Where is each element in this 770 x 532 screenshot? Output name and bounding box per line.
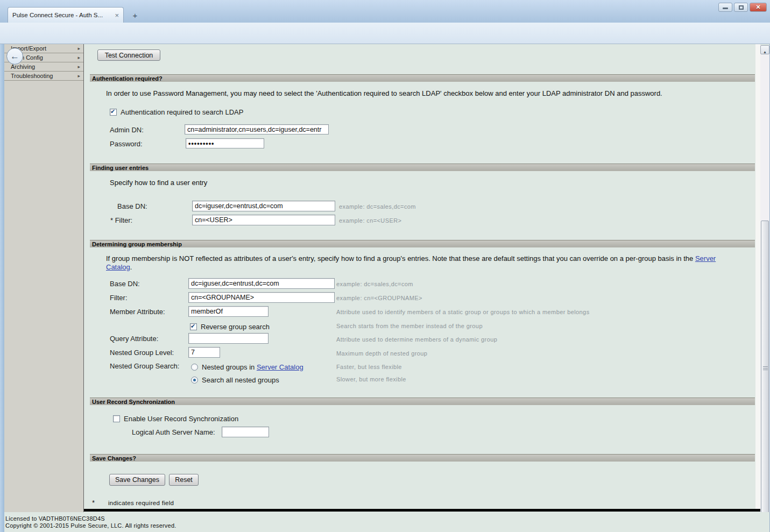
section-header-user-record-synchronization: User Record Synchronization xyxy=(90,398,755,405)
titlebar: Pulse Connect Secure - Auth S... × + ✕ xyxy=(0,0,770,23)
submenu-arrow-icon: ▸ xyxy=(77,46,80,51)
logical-auth-server-name-label: Logical Auth Server Name: xyxy=(132,428,215,436)
reverse-group-search-hint: Search starts from the member instead of… xyxy=(336,323,483,329)
finding-filter-input[interactable] xyxy=(192,215,335,225)
required-field-star: * xyxy=(92,499,95,507)
enable-user-record-sync-label: Enable User Record Synchronization xyxy=(124,415,238,423)
search-all-nested-groups-hint: Slower, but more flexible xyxy=(336,376,406,382)
section-header-finding-user-entries: Finding user entries xyxy=(90,164,755,171)
admin-dn-input[interactable] xyxy=(185,124,329,134)
group-base-dn-example: example: dc=sales,dc=com xyxy=(336,281,413,287)
page-footer: Licensed to VADTHB0T6NEC38D4S Copyright … xyxy=(4,512,769,532)
sidebar: Import/Export ▸ Push Config ▸ Archiving … xyxy=(4,44,84,512)
content-bottom-divider xyxy=(84,509,760,512)
query-attribute-input[interactable] xyxy=(188,333,269,344)
admin-dn-label: Admin DN: xyxy=(110,126,144,134)
query-attribute-label: Query Attribute: xyxy=(110,335,158,343)
reset-button[interactable]: Reset xyxy=(169,474,199,486)
finding-filter-example: example: cn=<USER> xyxy=(339,217,401,224)
section-header-save-changes: Save Changes? xyxy=(90,454,755,462)
submenu-arrow-icon: ▸ xyxy=(77,73,80,79)
maximize-button[interactable] xyxy=(734,3,748,12)
group-description: If group membership is NOT reflected as … xyxy=(106,254,725,272)
nested-groups-in-catalog-option: Nested groups in Server Catalog xyxy=(191,362,303,372)
finding-base-dn-label: Base DN: xyxy=(117,202,147,210)
browser-window: Pulse Connect Secure - Auth S... × + ✕ ←… xyxy=(0,0,770,532)
reverse-group-search-checkbox[interactable]: ✔ xyxy=(190,323,197,330)
tab-title: Pulse Connect Secure - Auth S... xyxy=(12,12,111,18)
group-filter-label: Filter: xyxy=(110,294,128,302)
window-controls: ✕ xyxy=(718,3,767,12)
back-button[interactable]: ← xyxy=(6,48,23,65)
auth-description: In order to use Password Management, you… xyxy=(106,89,755,98)
auth-required-checkbox-label: Authentication required to search LDAP xyxy=(121,108,243,116)
nested-group-level-input[interactable] xyxy=(188,347,220,358)
reverse-group-search-row: ✔Reverse group search xyxy=(190,322,270,331)
scroll-thumb[interactable] xyxy=(761,221,769,513)
group-filter-input[interactable] xyxy=(188,292,335,303)
enable-user-record-sync-row: ✔Enable User Record Synchronization xyxy=(113,414,238,423)
browser-tab[interactable]: Pulse Connect Secure - Auth S... × xyxy=(8,7,124,23)
search-all-nested-groups-label: Search all nested groups xyxy=(202,376,279,384)
close-button[interactable]: ✕ xyxy=(750,3,767,12)
scroll-up-icon: ▲ xyxy=(763,50,767,54)
window-border-left xyxy=(0,44,4,532)
server-catalog-link[interactable]: Server Catalog xyxy=(257,363,303,371)
back-arrow-icon: ← xyxy=(10,51,19,61)
test-connection-button[interactable]: Test Connection xyxy=(97,49,160,61)
search-all-nested-groups-radio[interactable] xyxy=(191,377,198,384)
minimize-icon xyxy=(723,8,728,9)
submenu-arrow-icon: ▸ xyxy=(77,55,80,60)
required-field-note: indicates required field xyxy=(108,500,174,506)
finding-filter-label: * Filter: xyxy=(110,216,132,224)
nested-groups-in-catalog-label: Nested groups in Server Catalog xyxy=(202,363,303,371)
nested-groups-in-catalog-hint: Faster, but less flexible xyxy=(336,364,402,370)
submenu-arrow-icon: ▸ xyxy=(77,64,80,69)
close-icon: ✕ xyxy=(750,4,766,11)
member-attribute-label: Member Attribute: xyxy=(110,308,165,316)
logical-auth-server-name-input[interactable] xyxy=(222,427,269,437)
nested-group-level-label: Nested Group Level: xyxy=(110,349,174,357)
minimize-button[interactable] xyxy=(718,3,732,12)
scroll-up-button[interactable]: ▲ xyxy=(760,45,769,54)
license-text: Licensed to VADTHB0T6NEC38D4S xyxy=(5,515,105,522)
navigation-toolbar: ← https://10./dana-admin/auth/servers.cg… xyxy=(0,23,770,44)
query-attribute-hint: Attribute used to determine members of a… xyxy=(336,336,497,343)
check-icon: ✔ xyxy=(110,108,115,115)
section-header-determining-group-membership: Determining group membership xyxy=(90,240,755,247)
nested-group-search-label: Nested Group Search: xyxy=(110,362,179,370)
member-attribute-input[interactable] xyxy=(188,306,269,317)
group-base-dn-input[interactable] xyxy=(188,278,335,289)
group-base-dn-label: Base DN: xyxy=(110,280,140,288)
group-filter-example: example: cn=<GROUPNAME> xyxy=(336,295,422,301)
member-attribute-hint: Attribute used to identify members of a … xyxy=(336,309,590,315)
nested-groups-in-catalog-radio[interactable] xyxy=(191,364,198,371)
content-right-gutter xyxy=(755,44,760,509)
scroll-thumb-grip-icon xyxy=(763,366,768,371)
maximize-icon xyxy=(739,5,744,10)
auth-required-checkbox[interactable]: ✔ xyxy=(110,109,117,116)
nested-group-level-hint: Maximum depth of nested group xyxy=(336,350,427,357)
copyright-text: Copyright © 2001-2015 Pulse Secure, LLC.… xyxy=(5,522,176,529)
vertical-scrollbar[interactable]: ▲ ▼ xyxy=(760,45,769,532)
enable-user-record-sync-checkbox[interactable]: ✔ xyxy=(113,415,120,422)
reverse-group-search-label: Reverse group search xyxy=(201,323,270,331)
new-tab-button[interactable]: + xyxy=(128,10,142,22)
finding-base-dn-example: example: dc=sales,dc=com xyxy=(339,203,416,210)
section-header-authentication-required: Authentication required? xyxy=(90,74,755,82)
finding-base-dn-input[interactable] xyxy=(192,201,335,211)
password-label: Password: xyxy=(110,140,143,148)
sidebar-item-troubleshooting[interactable]: Troubleshooting ▸ xyxy=(4,72,83,81)
auth-required-checkbox-row: ✔Authentication required to search LDAP xyxy=(110,107,243,117)
search-all-nested-groups-option: Search all nested groups xyxy=(191,375,279,385)
page-body: Import/Export ▸ Push Config ▸ Archiving … xyxy=(0,44,770,532)
check-icon: ✔ xyxy=(190,323,195,330)
tab-close-icon[interactable]: × xyxy=(115,12,119,19)
password-input[interactable] xyxy=(186,138,264,148)
save-changes-button[interactable]: Save Changes xyxy=(109,474,165,486)
finding-subtitle: Specify how to find a user entry xyxy=(110,179,207,187)
main-content: Test Connection Authentication required?… xyxy=(84,44,755,509)
